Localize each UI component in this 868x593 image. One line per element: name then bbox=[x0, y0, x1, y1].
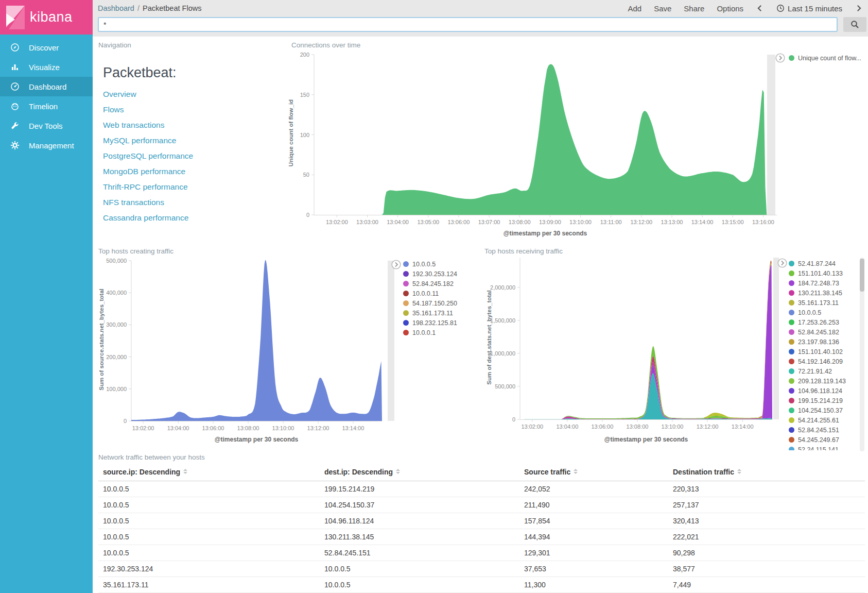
legend-item[interactable]: 35.161.173.11 bbox=[789, 298, 857, 308]
legend-item[interactable]: 198.232.125.81 bbox=[403, 318, 475, 328]
legend-item[interactable]: 104.254.150.37 bbox=[789, 405, 857, 415]
legend-item[interactable]: 151.101.40.133 bbox=[789, 268, 857, 278]
legend-item[interactable]: 17.253.26.253 bbox=[789, 317, 857, 327]
svg-text:13:16:00: 13:16:00 bbox=[752, 219, 774, 225]
svg-text:50: 50 bbox=[303, 172, 309, 178]
series-color-dot bbox=[789, 378, 794, 384]
legend-item[interactable]: 54.245.249.67 bbox=[789, 435, 857, 445]
sidebar-item-timelion[interactable]: Timelion bbox=[0, 96, 93, 116]
share-button[interactable]: Share bbox=[684, 4, 704, 13]
legend-item[interactable]: 10.0.0.5 bbox=[789, 308, 857, 317]
svg-text:500,000: 500,000 bbox=[106, 258, 127, 264]
sidebar-item-visualize[interactable]: Visualize bbox=[0, 57, 93, 77]
nav-link-mongodb-performance[interactable]: MongoDB performance bbox=[103, 164, 193, 179]
nav-link-mysql-performance[interactable]: MySQL performance bbox=[103, 133, 193, 148]
legend-item[interactable]: 54.192.146.209 bbox=[789, 357, 857, 366]
nav-link-flows[interactable]: Flows bbox=[103, 102, 193, 117]
table-row: 10.0.0.5199.15.214.219242,052220,313 bbox=[98, 481, 865, 497]
legend-item[interactable]: 184.72.248.73 bbox=[789, 278, 857, 288]
time-picker[interactable]: Last 15 minutes bbox=[776, 4, 842, 13]
legend-item[interactable]: 52.84.245.182 bbox=[403, 279, 475, 289]
sidebar-item-discover[interactable]: Discover bbox=[0, 38, 93, 57]
column-header-Source traffic[interactable]: Source traffic bbox=[519, 463, 668, 481]
nav-link-web-transactions[interactable]: Web transactions bbox=[103, 117, 193, 133]
legend-toggle-icon[interactable] bbox=[775, 53, 785, 63]
svg-text:0: 0 bbox=[306, 212, 309, 218]
kibana-logo-icon bbox=[6, 6, 26, 29]
svg-text:100: 100 bbox=[300, 132, 309, 138]
svg-text:0: 0 bbox=[512, 416, 515, 422]
legend-item[interactable]: 151.101.40.102 bbox=[789, 347, 857, 357]
connections-over-time-chart: 05010015020013:02:0013:03:0013:04:0013:0… bbox=[278, 49, 788, 231]
series-label: Unique count of flow... bbox=[798, 55, 861, 62]
legend-item[interactable]: 104.96.118.124 bbox=[789, 386, 857, 396]
series-color-dot bbox=[789, 310, 794, 315]
search-input[interactable] bbox=[98, 17, 838, 32]
legend-item[interactable]: 54.187.150.250 bbox=[403, 298, 475, 308]
sidebar-item-dashboard[interactable]: Dashboard bbox=[0, 77, 93, 96]
legend-scrollbar[interactable] bbox=[860, 258, 864, 451]
legend-item[interactable]: 52.84.245.182 bbox=[789, 327, 857, 337]
options-button[interactable]: Options bbox=[717, 4, 743, 13]
table-cell: 320,413 bbox=[668, 513, 865, 529]
save-button[interactable]: Save bbox=[654, 4, 671, 13]
svg-text:13:04:00: 13:04:00 bbox=[387, 219, 409, 225]
legend-item[interactable]: 52.41.87.244 bbox=[789, 259, 857, 268]
time-back-chevron-icon[interactable] bbox=[756, 4, 764, 12]
nav-link-postgresql-performance[interactable]: PostgreSQL performance bbox=[103, 148, 193, 164]
legend-item[interactable]: 52.24.115.141 bbox=[789, 445, 857, 450]
svg-text:13:09:00: 13:09:00 bbox=[539, 219, 561, 225]
table-cell: 10.0.0.5 bbox=[98, 545, 320, 561]
svg-text:500,000: 500,000 bbox=[495, 383, 515, 389]
legend-item[interactable]: 35.161.173.11 bbox=[403, 308, 475, 318]
table-cell: 222,021 bbox=[668, 529, 865, 545]
nav-link-overview[interactable]: Overview bbox=[103, 87, 193, 102]
kibana-logo[interactable]: kibana bbox=[0, 0, 93, 35]
sidebar-item-management[interactable]: Management bbox=[0, 135, 93, 155]
breadcrumb-dashboard-link[interactable]: Dashboard bbox=[98, 4, 134, 12]
column-header-Destination traffic[interactable]: Destination traffic bbox=[668, 463, 865, 481]
table-row: 10.0.0.552.84.245.151129,30190,298 bbox=[98, 545, 865, 561]
legend-item[interactable]: Unique count of flow... bbox=[789, 53, 868, 63]
legend-scrollbar-thumb[interactable] bbox=[860, 259, 864, 292]
series-color-dot bbox=[403, 261, 409, 267]
svg-text:13:08:00: 13:08:00 bbox=[627, 423, 649, 430]
column-header-dest-ip[interactable]: dest.ip: Descending bbox=[320, 463, 519, 481]
legend-item[interactable]: 10.0.0.5 bbox=[403, 259, 475, 269]
add-button[interactable]: Add bbox=[628, 4, 641, 13]
nav-link-cassandra-performance[interactable]: Cassandra performance bbox=[103, 210, 193, 226]
discover-compass-icon bbox=[10, 43, 20, 52]
table-cell: 199.15.214.219 bbox=[320, 481, 519, 497]
svg-text:13:07:00: 13:07:00 bbox=[478, 219, 500, 225]
table-cell: 10.0.0.5 bbox=[98, 497, 320, 513]
legend-item[interactable]: 192.30.253.124 bbox=[403, 269, 475, 279]
table-cell: 37,653 bbox=[519, 561, 668, 577]
legend-item[interactable]: 10.0.0.11 bbox=[403, 289, 475, 298]
legend-item[interactable]: 209.128.119.143 bbox=[789, 376, 857, 386]
series-label: 17.253.26.253 bbox=[798, 319, 839, 326]
legend-item[interactable]: 72.21.91.42 bbox=[789, 366, 857, 376]
sidebar-item-label: Timelion bbox=[29, 102, 58, 111]
time-forward-chevron-icon[interactable] bbox=[855, 4, 863, 12]
legend-item[interactable]: 130.211.38.145 bbox=[789, 288, 857, 298]
legend-item[interactable]: 54.214.255.61 bbox=[789, 415, 857, 425]
table-cell: 52.84.245.151 bbox=[320, 545, 519, 561]
table-row: 10.0.0.5130.211.38.145144,394222,021 bbox=[98, 529, 865, 545]
top-source-x-axis-label: @timestamp per 30 seconds bbox=[179, 436, 334, 443]
legend-toggle-icon[interactable] bbox=[777, 258, 787, 268]
svg-text:13:14:00: 13:14:00 bbox=[342, 425, 364, 431]
nav-link-nfs-transactions[interactable]: NFS transactions bbox=[103, 195, 193, 210]
legend-toggle-icon[interactable] bbox=[391, 260, 401, 269]
legend-item[interactable]: 52.84.245.151 bbox=[789, 425, 857, 435]
sidebar-item-label: Dashboard bbox=[29, 82, 66, 91]
svg-text:150: 150 bbox=[300, 92, 309, 98]
sidebar-item-dev-tools[interactable]: Dev Tools bbox=[0, 116, 93, 135]
top-dest-x-axis-label: @timestamp per 30 seconds bbox=[569, 436, 723, 443]
nav-link-thrift-rpc-performance[interactable]: Thrift-RPC performance bbox=[103, 179, 193, 195]
legend-item[interactable]: 23.197.98.136 bbox=[789, 337, 857, 347]
legend-item[interactable]: 10.0.0.1 bbox=[403, 328, 475, 337]
top-source-chart-title: Top hosts creating traffic bbox=[98, 247, 173, 255]
search-button[interactable] bbox=[843, 17, 866, 32]
column-header-source-ip[interactable]: source.ip: Descending bbox=[98, 463, 320, 481]
legend-item[interactable]: 199.15.214.219 bbox=[789, 396, 857, 405]
